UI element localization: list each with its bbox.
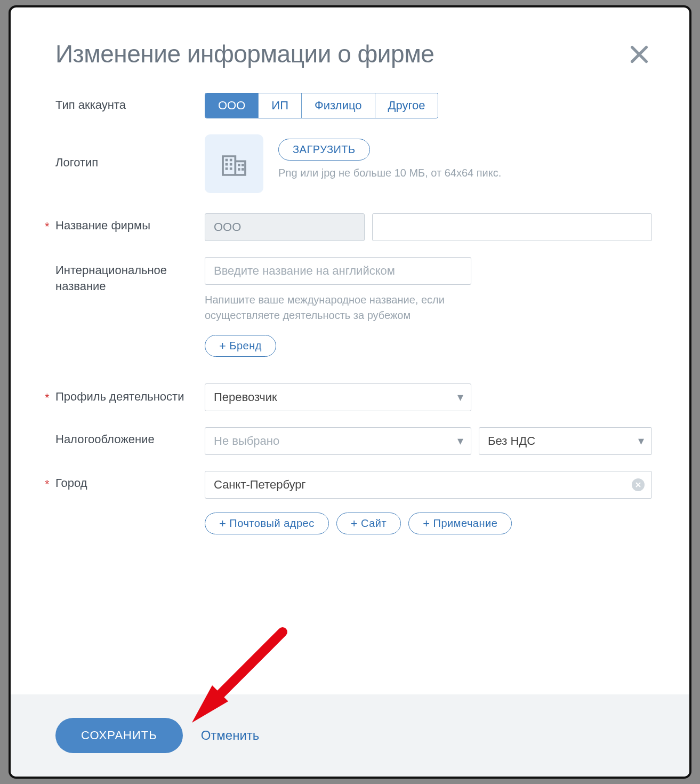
plus-icon: +: [423, 518, 430, 530]
plus-icon: +: [219, 518, 226, 530]
account-type-segmented: ООО ИП Физлицо Другое: [205, 93, 438, 118]
intl-name-subtext: Напишите ваше международное название, ес…: [205, 292, 503, 323]
svg-rect-5: [230, 163, 232, 166]
row-company-name: * Название фирмы: [55, 213, 652, 241]
add-note-button[interactable]: + Примечание: [408, 513, 512, 534]
caret-down-icon: ▾: [457, 390, 463, 404]
control-intl-name: Напишите ваше международное название, ес…: [205, 257, 652, 323]
brand-label: Бренд: [229, 340, 262, 352]
control-brand: + Бренд: [205, 335, 652, 357]
tax-scheme-placeholder: Не выбрано: [214, 434, 279, 448]
svg-rect-4: [226, 163, 228, 166]
svg-rect-7: [230, 167, 232, 170]
company-name-input[interactable]: [372, 213, 652, 241]
plus-icon: +: [351, 518, 358, 530]
intl-name-input[interactable]: [205, 257, 471, 285]
label-profile: * Профиль деятельности: [55, 383, 205, 405]
control-profile: Перевозчик ▾: [205, 383, 652, 411]
account-type-option-other[interactable]: Другое: [375, 93, 438, 118]
upload-logo-button[interactable]: ЗАГРУЗИТЬ: [278, 139, 370, 161]
postal-label: Почтовый адрес: [229, 517, 314, 530]
close-button[interactable]: [626, 42, 652, 69]
logo-placeholder-box[interactable]: [205, 134, 263, 193]
caret-down-icon: ▾: [457, 434, 463, 448]
row-brand: + Бренд: [55, 335, 652, 357]
upload-label: ЗАГРУЗИТЬ: [293, 143, 356, 156]
tax-scheme-select[interactable]: Не выбрано ▾: [205, 427, 471, 455]
account-type-option-fiz[interactable]: Физлицо: [302, 93, 375, 118]
svg-rect-2: [226, 159, 228, 162]
label-intl-name: Интернациональное название: [55, 257, 205, 294]
row-taxation: Налогообложение Не выбрано ▾ Без НДС ▾: [55, 427, 652, 455]
vat-select[interactable]: Без НДС ▾: [479, 427, 652, 455]
add-postal-button[interactable]: + Почтовый адрес: [205, 513, 329, 534]
control-account-type: ООО ИП Физлицо Другое: [205, 93, 652, 118]
edit-company-modal: Изменение информации о фирме Тип аккаунт…: [9, 5, 691, 779]
modal-header: Изменение информации о фирме: [55, 39, 652, 69]
control-city: [205, 471, 652, 499]
control-taxation: Не выбрано ▾ Без НДС ▾: [205, 427, 652, 455]
modal-footer: СОХРАНИТЬ Отменить: [11, 694, 689, 777]
svg-rect-3: [230, 159, 232, 162]
vat-select-value: Без НДС: [488, 434, 535, 448]
add-site-button[interactable]: + Сайт: [336, 513, 401, 534]
svg-rect-9: [242, 164, 244, 166]
required-mark: *: [45, 220, 50, 234]
plus-icon: +: [219, 340, 226, 352]
profile-select-value: Перевозчик: [214, 390, 277, 404]
city-input[interactable]: [205, 471, 652, 499]
logo-hint: Png или jpg не больше 10 МБ, от 64х64 пи…: [278, 167, 501, 179]
row-profile: * Профиль деятельности Перевозчик ▾: [55, 383, 652, 411]
save-button[interactable]: СОХРАНИТЬ: [55, 718, 183, 753]
label-company-name: * Название фирмы: [55, 213, 205, 233]
label-logo: Логотип: [55, 134, 205, 170]
required-mark: *: [45, 390, 50, 406]
company-prefix-input[interactable]: [205, 213, 365, 241]
account-type-option-ooo[interactable]: ООО: [205, 93, 259, 118]
row-intl-name: Интернациональное название Напишите ваше…: [55, 257, 652, 323]
svg-rect-10: [238, 168, 240, 171]
row-extras: + Почтовый адрес + Сайт + Примечание: [55, 513, 652, 534]
close-icon: [629, 44, 650, 65]
row-account-type: Тип аккаунта ООО ИП Физлицо Другое: [55, 93, 652, 118]
account-type-option-ip[interactable]: ИП: [259, 93, 302, 118]
row-logo: Логотип ЗАГРУЗИТЬ Png или jpg не больше …: [55, 134, 652, 193]
clear-city-button[interactable]: [632, 478, 645, 491]
caret-down-icon: ▾: [638, 434, 644, 448]
site-label: Сайт: [361, 517, 387, 530]
cancel-button[interactable]: Отменить: [201, 728, 260, 743]
required-mark: *: [45, 477, 50, 491]
add-brand-button[interactable]: + Бренд: [205, 335, 276, 357]
control-logo: ЗАГРУЗИТЬ Png или jpg не больше 10 МБ, о…: [205, 134, 652, 193]
label-city: * Город: [55, 471, 205, 490]
modal-title: Изменение информации о фирме: [55, 39, 434, 68]
row-city: * Город: [55, 471, 652, 499]
svg-rect-8: [238, 164, 240, 166]
control-company-name: [205, 213, 652, 241]
note-label: Примечание: [433, 517, 498, 530]
modal-body: Изменение информации о фирме Тип аккаунт…: [11, 7, 689, 694]
building-icon: [219, 149, 249, 179]
profile-select[interactable]: Перевозчик ▾: [205, 383, 471, 411]
control-extras: + Почтовый адрес + Сайт + Примечание: [205, 513, 652, 534]
svg-rect-11: [242, 168, 244, 171]
close-icon: [635, 482, 641, 488]
label-account-type: Тип аккаунта: [55, 93, 205, 112]
label-taxation: Налогообложение: [55, 427, 205, 446]
svg-rect-6: [226, 167, 228, 170]
